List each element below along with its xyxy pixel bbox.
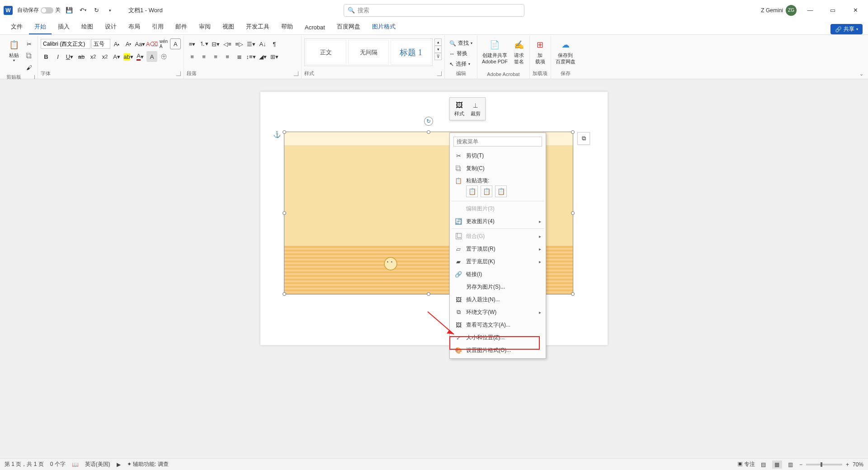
accessibility-indicator[interactable]: ✦ 辅助功能: 调查 [127,461,169,468]
context-menu-search[interactable] [453,137,542,147]
menu-wrap-text[interactable]: ⧉环绕文字(W)▸ [450,306,546,318]
save-button[interactable]: 💾 [64,5,74,15]
superscript-button[interactable]: x2 [99,51,110,62]
tab-review[interactable]: 审阅 [193,20,216,34]
char-shading-button[interactable]: A [146,51,157,62]
italic-button[interactable]: I [52,51,63,62]
language-indicator[interactable]: 英语(美国) [85,461,110,468]
print-layout-button[interactable]: ▦ [772,461,782,469]
align-center-button[interactable]: ≡ [198,51,209,62]
sort-button[interactable]: A↓ [257,38,268,49]
align-left-button[interactable]: ≡ [187,51,198,62]
align-right-button[interactable]: ≡ [210,51,221,62]
replace-button[interactable]: ↔替换 [448,49,474,58]
paste-merge[interactable]: 📋 [481,185,492,197]
menu-alt-text[interactable]: 🖼查看可选文字(A)... [450,318,546,331]
menu-cut[interactable]: ✂剪切(T) [450,149,546,162]
decrease-indent-button[interactable]: ◁≡ [222,38,233,49]
font-size-input[interactable] [91,39,110,49]
tab-draw[interactable]: 绘图 [76,20,99,34]
close-button[interactable]: ✕ [846,4,864,17]
resize-handle-br[interactable] [571,292,575,296]
read-mode-button[interactable]: ▤ [759,461,769,469]
undo-button[interactable]: ↶▾ [78,5,88,15]
macro-icon[interactable]: ▶ [117,461,121,468]
numbering-button[interactable]: ⒈▾ [198,38,209,49]
resize-handle-tl[interactable] [283,130,286,134]
select-button[interactable]: ↖选择▾ [448,59,474,69]
grow-font-button[interactable]: A▴ [111,38,122,49]
format-painter-button[interactable]: 🖌 [24,62,34,73]
dialog-launcher-icon[interactable] [176,71,181,76]
redo-button[interactable]: ↻ [91,5,101,15]
tab-references[interactable]: 引用 [146,20,169,34]
tab-acrobat[interactable]: Acrobat [299,21,330,34]
paste-keep-source[interactable]: 📋 [466,185,478,197]
tab-home[interactable]: 开始 [29,20,52,34]
find-button[interactable]: 🔍查找▾ [448,38,474,48]
zoom-slider[interactable] [806,464,842,465]
mini-crop-button[interactable]: ⟂裁剪 [468,100,483,118]
menu-send-back[interactable]: ▰置于底层(K)▸ [450,255,546,268]
layout-options-button[interactable]: ⧉ [577,132,590,145]
tab-mailings[interactable]: 邮件 [170,20,193,34]
increase-indent-button[interactable]: ≡▷ [234,38,245,49]
zoom-in-button[interactable]: + [846,461,849,468]
asian-layout-button[interactable]: ☰▾ [245,38,256,49]
gallery-up-button[interactable]: ▴ [434,38,442,46]
word-count[interactable]: 0 个字 [50,461,66,468]
borders-button[interactable]: ⊞▾ [269,51,280,62]
addins-button[interactable]: ⊞加 载项 [533,38,548,66]
tab-file[interactable]: 文件 [5,20,28,34]
save-baidu-button[interactable]: ☁保存到 百度网盘 [554,38,577,66]
minimize-button[interactable]: — [801,4,819,17]
tab-developer[interactable]: 开发工具 [241,20,275,34]
dialog-launcher-icon[interactable] [437,71,442,76]
tab-picture-format[interactable]: 图片格式 [367,20,401,34]
enclose-char-button[interactable]: ㊉ [158,51,169,62]
phonetic-button[interactable]: wénA [158,38,169,49]
subscript-button[interactable]: x2 [88,51,99,62]
autosave-toggle[interactable]: 自动保存 关 [17,6,61,14]
show-marks-button[interactable]: ¶ [269,38,280,49]
page-indicator[interactable]: 第 1 页，共 1 页 [5,461,44,468]
char-border-button[interactable]: A [170,38,181,49]
style-heading1[interactable]: 标题 1 [391,40,431,65]
gallery-down-button[interactable]: ▾ [434,46,442,53]
tab-view[interactable]: 视图 [217,20,240,34]
menu-change-picture[interactable]: 🔄更改图片(4)▸ [450,215,546,228]
tab-baidu[interactable]: 百度网盘 [331,20,366,34]
resize-handle-ml[interactable] [283,211,286,215]
resize-handle-bl[interactable] [283,292,286,296]
copy-button[interactable]: ⿻ [24,50,34,61]
rotate-handle[interactable]: ↻ [424,117,433,126]
menu-bring-front[interactable]: ▱置于顶层(R)▸ [450,242,546,255]
resize-handle-tr[interactable] [571,130,575,134]
paste-picture[interactable]: 📋 [495,185,507,197]
menu-copy[interactable]: ⿻复制(C) [450,162,546,175]
line-spacing-button[interactable]: ↕≡▾ [245,51,256,62]
font-name-input[interactable] [41,39,90,49]
mini-style-button[interactable]: 🖼样式 [452,100,467,118]
cut-button[interactable]: ✂ [24,38,34,49]
style-normal[interactable]: 正文 [306,40,346,65]
dialog-launcher-icon[interactable] [30,75,35,80]
spell-check-icon[interactable]: 📖 [72,461,79,468]
focus-mode-button[interactable]: ▣ 专注 [737,461,755,468]
bullets-button[interactable]: ≡▾ [187,38,198,49]
shrink-font-button[interactable]: A▾ [123,38,134,49]
paste-button[interactable]: 📋 粘贴 ▾ [6,38,22,64]
menu-save-as-picture[interactable]: 另存为图片(S)... [450,280,546,293]
menu-insert-caption[interactable]: 🖼插入题注(N)... [450,293,546,306]
create-pdf-button[interactable]: 📄创建并共享 Adobe PDF [480,38,509,66]
tab-layout[interactable]: 布局 [123,20,146,34]
qat-customize-button[interactable]: ▾ [105,5,115,15]
resize-handle-tm[interactable] [427,130,430,134]
share-button[interactable]: 🔗 共享 ▾ [830,24,863,34]
collapse-ribbon-button[interactable]: ⌄ [859,71,863,77]
zoom-level[interactable]: 70% [853,461,863,468]
zoom-out-button[interactable]: − [799,461,802,468]
clear-format-button[interactable]: A⌫ [146,38,157,49]
multilevel-button[interactable]: ⊟▾ [210,38,221,49]
document-area[interactable]: ⚓ ↻ ⧉ 🖼样式 ⟂裁剪 ✂剪切(T) ⿻复制 [0,79,868,458]
